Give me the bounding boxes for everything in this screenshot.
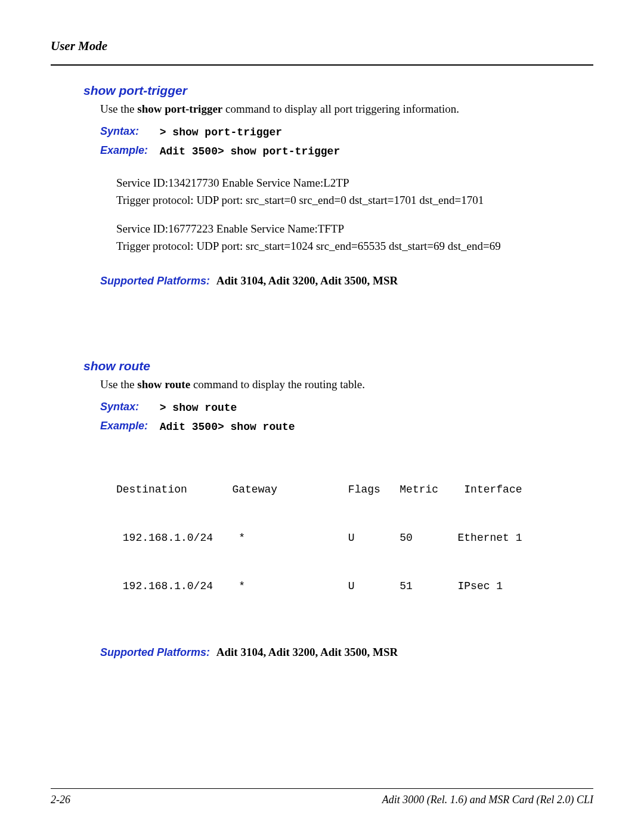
intro-prefix: Use the — [100, 103, 137, 115]
spacer — [116, 209, 593, 220]
table-row: 192.168.1.0/24 * U 51 IPsec 1 — [116, 578, 593, 594]
supported-platforms: Supported Platforms: Adit 3104, Adit 320… — [100, 646, 593, 659]
intro-suffix: command to display all port triggering i… — [222, 103, 459, 115]
supported-value: Adit 3104, Adit 3200, Adit 3500, MSR — [216, 274, 398, 287]
section-show-port-trigger: show port-trigger Use the show port-trig… — [83, 83, 593, 287]
footer-rule — [51, 788, 593, 789]
intro-prefix: Use the — [100, 378, 137, 391]
intro-bold: show route — [137, 378, 190, 391]
page-number: 2-26 — [51, 794, 70, 806]
routing-table-output: Destination Gateway Flags Metric Interfa… — [116, 450, 593, 627]
example-label: Example: — [100, 420, 157, 432]
example-label: Example: — [100, 144, 157, 157]
manual-title: Adit 3000 (Rel. 1.6) and MSR Card (Rel 2… — [382, 794, 593, 806]
supported-label: Supported Platforms: — [100, 275, 210, 287]
supported-value: Adit 3104, Adit 3200, Adit 3500, MSR — [216, 646, 398, 658]
intro-text: Use the show port-trigger command to dis… — [100, 103, 593, 116]
footer-row: 2-26 Adit 3000 (Rel. 1.6) and MSR Card (… — [51, 794, 593, 806]
heading-show-port-trigger: show port-trigger — [83, 83, 593, 98]
table-row: 192.168.1.0/24 * U 50 Ethernet 1 — [116, 530, 593, 546]
section-show-route: show route Use the show route command to… — [83, 359, 593, 659]
syntax-label: Syntax: — [100, 125, 157, 138]
example-output: Service ID:134217730 Enable Service Name… — [116, 174, 593, 255]
example-line: Example: Adit 3500> show port-trigger — [100, 144, 593, 157]
output-row: Service ID:134217730 Enable Service Name… — [116, 174, 593, 191]
output-row: Trigger protocol: UDP port: src_start=0 … — [116, 191, 593, 209]
page-header-title: User Mode — [51, 39, 593, 54]
example-line: Example: Adit 3500> show route — [100, 420, 593, 433]
document-page: User Mode show port-trigger Use the show… — [0, 0, 644, 833]
intro-suffix: command to display the routing table. — [190, 378, 365, 391]
page-footer: 2-26 Adit 3000 (Rel. 1.6) and MSR Card (… — [51, 788, 593, 806]
syntax-line: Syntax: > show port-trigger — [100, 125, 593, 138]
output-row: Service ID:16777223 Enable Service Name:… — [116, 220, 593, 237]
syntax-value: > show port-trigger — [160, 126, 282, 138]
output-row: Trigger protocol: UDP port: src_start=10… — [116, 237, 593, 255]
supported-platforms: Supported Platforms: Adit 3104, Adit 320… — [100, 274, 593, 287]
supported-label: Supported Platforms: — [100, 646, 210, 658]
table-header-row: Destination Gateway Flags Metric Interfa… — [116, 482, 593, 498]
syntax-line: Syntax: > show route — [100, 401, 593, 414]
intro-bold: show port-trigger — [137, 103, 222, 115]
example-value: Adit 3500> show route — [160, 421, 295, 433]
syntax-label: Syntax: — [100, 401, 157, 413]
heading-show-route: show route — [83, 359, 593, 373]
example-value: Adit 3500> show port-trigger — [160, 145, 340, 157]
syntax-value: > show route — [160, 402, 237, 414]
header-rule — [51, 64, 593, 66]
intro-text: Use the show route command to display th… — [100, 378, 593, 391]
